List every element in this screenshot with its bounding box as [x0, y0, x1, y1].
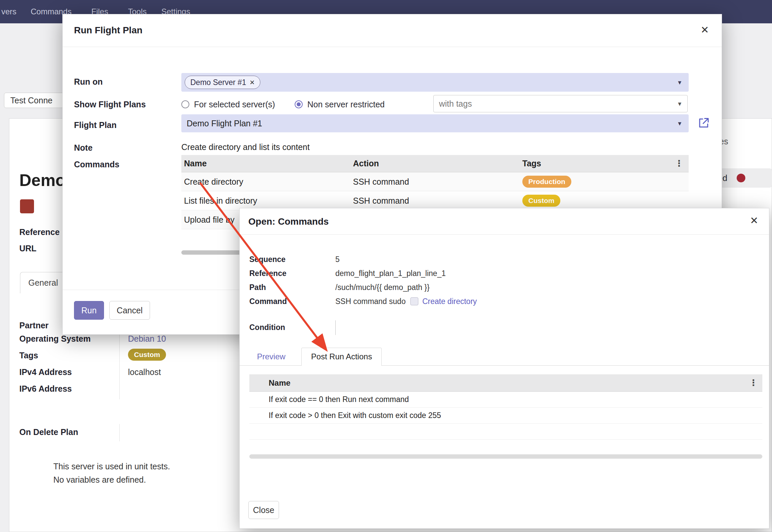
- condition-label: Condition: [249, 323, 285, 332]
- cell-tags: Custom: [522, 195, 689, 207]
- with-tags-select[interactable]: with tags ▾: [433, 95, 688, 112]
- tag-badge-production: Production: [522, 176, 571, 188]
- ipv4-label: IPv4 Address: [19, 367, 72, 377]
- reference-label: Reference: [249, 269, 286, 278]
- operating-system-label: Operating System: [19, 334, 91, 344]
- on-delete-plan-label: On Delete Plan: [19, 427, 78, 437]
- run-on-field[interactable]: Demo Server #1 ✕ ▾: [181, 73, 689, 92]
- open-commands-modal: Open: Commands ✕ Sequence 5 Reference de…: [239, 208, 769, 529]
- ipv6-label: IPv6 Address: [19, 384, 72, 394]
- commands-table-header: Name Action Tags ⋮: [181, 155, 689, 172]
- server-color-swatch[interactable]: [20, 199, 34, 213]
- condition-field-separator: [335, 320, 336, 335]
- reference-label: Reference: [19, 227, 60, 237]
- radio-selected-servers[interactable]: [181, 100, 189, 108]
- server-page-title: Demo: [19, 171, 66, 190]
- url-label: URL: [19, 244, 36, 253]
- radio-selected-servers-label[interactable]: For selected server(s): [194, 100, 275, 109]
- cancel-button[interactable]: Cancel: [109, 301, 150, 320]
- cell-tags: Production: [522, 176, 689, 188]
- column-header-tags[interactable]: Tags: [522, 159, 675, 168]
- flight-plan-value: Demo Flight Plan #1: [187, 119, 262, 128]
- cell-name: If exit code > 0 then Exit with custom e…: [269, 411, 441, 420]
- commands-modal-title: Open: Commands: [248, 216, 329, 227]
- commands-modal-tabs: Preview Post Run Actions: [240, 348, 769, 366]
- run-on-label: Run on: [74, 77, 103, 87]
- close-button[interactable]: Close: [248, 501, 279, 519]
- tab-post-run-actions[interactable]: Post Run Actions: [301, 348, 382, 366]
- with-tags-caret-icon[interactable]: ▾: [678, 100, 681, 108]
- tab-general-label: General: [28, 278, 58, 288]
- note-value: Create directory and list its content: [181, 142, 310, 152]
- field-column-separator-2: [119, 424, 120, 441]
- post-run-actions-table: Name ⋮ If exit code == 0 then Run next c…: [249, 374, 762, 440]
- run-modal-close-icon[interactable]: ✕: [701, 25, 709, 35]
- reference-value: demo_flight_plan_1_plan_line_1: [335, 269, 446, 278]
- tab-preview[interactable]: Preview: [255, 348, 287, 365]
- cell-action: SSH command: [353, 196, 522, 206]
- table-row-empty: [249, 424, 762, 440]
- command-checkbox[interactable]: [410, 297, 418, 305]
- run-button-label: Run: [81, 306, 97, 315]
- table-row[interactable]: List files in directory SSH command Cust…: [181, 191, 689, 210]
- table-row[interactable]: Create directory SSH command Production: [181, 172, 689, 191]
- nav-item-servers[interactable]: vers: [1, 0, 16, 23]
- unit-test-note-line2: No variables are defined.: [53, 475, 146, 485]
- flight-plan-label: Flight Plan: [74, 120, 117, 130]
- radio-non-server-restricted-label[interactable]: Non server restricted: [307, 100, 385, 109]
- status-stopped-dot-icon: [737, 174, 745, 182]
- partner-label: Partner: [19, 321, 49, 330]
- sequence-label: Sequence: [249, 255, 286, 264]
- screen: vers Commands Files Tools Settings Test …: [0, 0, 772, 532]
- cell-name: Create directory: [181, 177, 353, 187]
- post-run-actions-table-header: Name ⋮: [249, 374, 762, 392]
- server-tag-pill[interactable]: Demo Server #1 ✕: [185, 76, 260, 89]
- command-label: Command: [249, 297, 287, 306]
- cell-name: List files in directory: [181, 196, 353, 206]
- column-header-action[interactable]: Action: [353, 159, 522, 168]
- tags-label: Tags: [19, 351, 38, 360]
- commands-label: Commands: [74, 160, 119, 169]
- with-tags-placeholder: with tags: [439, 99, 472, 109]
- command-value-row: SSH command sudoCreate directory: [335, 297, 477, 306]
- run-button[interactable]: Run: [74, 301, 104, 320]
- cell-action: SSH command: [353, 177, 522, 187]
- unit-test-note-line1: This server is used in unit tests.: [53, 462, 170, 471]
- run-modal-title: Run Flight Plan: [74, 25, 142, 36]
- cancel-button-label: Cancel: [117, 306, 143, 315]
- table-options-kebab-icon[interactable]: ⋮: [675, 158, 683, 169]
- note-label: Note: [74, 143, 93, 153]
- radio-non-server-restricted[interactable]: [295, 100, 303, 108]
- create-directory-link[interactable]: Create directory: [422, 297, 477, 306]
- commands-modal-header: Open: Commands ✕: [240, 208, 769, 235]
- sequence-value: 5: [335, 255, 340, 264]
- command-value: SSH command sudo: [335, 297, 406, 306]
- path-label: Path: [249, 283, 266, 292]
- show-flight-plans-label: Show Flight Plans: [74, 100, 146, 109]
- column-header-name[interactable]: Name: [181, 159, 353, 168]
- operating-system-value-link[interactable]: Debian 10: [128, 334, 166, 344]
- ipv4-value: localhost: [128, 367, 161, 377]
- external-link-icon[interactable]: [698, 117, 710, 129]
- path-value: /such/much/{{ demo_path }}: [335, 283, 430, 292]
- tag-badge-custom: Custom: [522, 195, 560, 207]
- table-options-kebab-icon[interactable]: ⋮: [749, 378, 758, 388]
- commands-modal-close-icon[interactable]: ✕: [750, 216, 758, 226]
- close-button-label: Close: [253, 505, 274, 515]
- test-connection-label: Test Conne: [10, 96, 52, 105]
- server-tag-remove-icon[interactable]: ✕: [249, 79, 255, 86]
- cell-name: If exit code == 0 then Run next command: [269, 395, 409, 404]
- tag-badge-custom: Custom: [128, 349, 166, 361]
- flight-plan-select[interactable]: Demo Flight Plan #1 ▾: [181, 114, 689, 132]
- server-tag-label: Demo Server #1: [190, 78, 246, 87]
- column-header-name[interactable]: Name: [249, 378, 749, 388]
- flight-plan-caret-icon[interactable]: ▾: [678, 119, 681, 127]
- table-hscroll-track[interactable]: [249, 454, 762, 459]
- run-modal-header: Run Flight Plan ✕: [63, 14, 722, 47]
- table-row[interactable]: If exit code > 0 then Exit with custom e…: [249, 408, 762, 424]
- table-row[interactable]: If exit code == 0 then Run next command: [249, 392, 762, 408]
- run-on-caret-icon[interactable]: ▾: [678, 78, 681, 86]
